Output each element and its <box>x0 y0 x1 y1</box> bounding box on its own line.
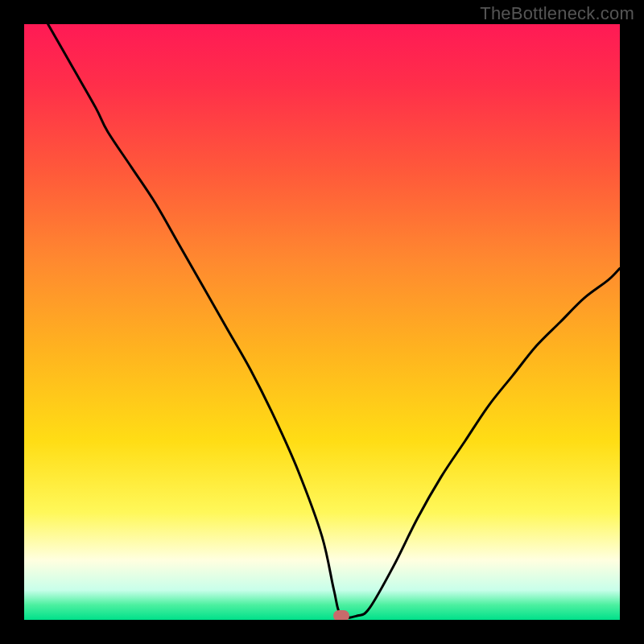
minimum-marker <box>333 610 349 620</box>
plot-area <box>24 24 620 620</box>
watermark-text: TheBottleneck.com <box>480 3 634 24</box>
outer-black-frame: TheBottleneck.com <box>0 0 644 644</box>
bottleneck-curve <box>24 24 620 620</box>
